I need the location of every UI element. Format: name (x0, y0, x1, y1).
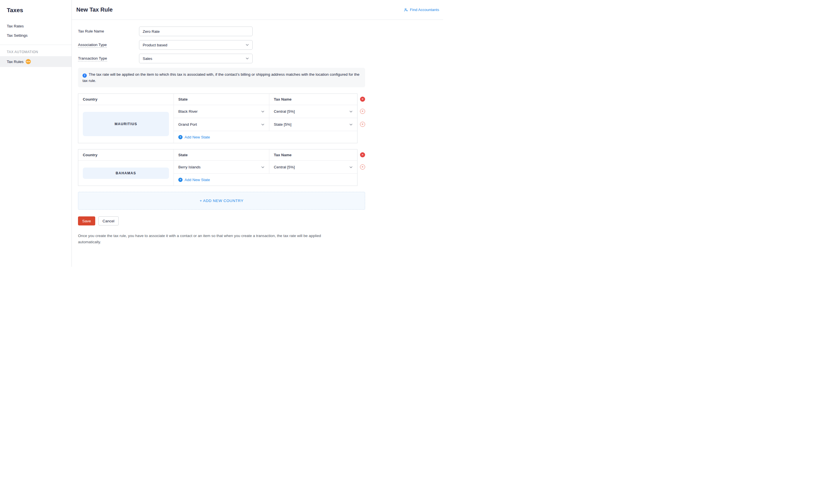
state-select[interactable]: Black River (174, 105, 269, 118)
column-header-tax-name: Tax Name (269, 149, 357, 160)
country-table-block: Country State Tax Name BAHAMAS Berry Isl… (78, 149, 365, 186)
state-row: Berry IslandsCentral [5%] (174, 161, 357, 174)
page-content: Tax Rule Name Association Type Product b… (72, 20, 443, 257)
column-header-country: Country (78, 149, 174, 160)
sidebar-item-tax-settings[interactable]: Tax Settings (0, 31, 71, 40)
state-row: Black RiverCentral [5%] (174, 105, 357, 118)
add-new-country-button[interactable]: + ADD NEW COUNTRY (78, 192, 365, 210)
sidebar: Taxes Tax Rates Tax Settings TAX AUTOMAT… (0, 0, 72, 267)
plus-icon: + (178, 135, 182, 139)
state-value: Berry Islands (178, 165, 201, 169)
column-header-country: Country (78, 94, 174, 105)
delete-state-row-button[interactable]: ✕ (360, 122, 365, 127)
table-body: BAHAMAS Berry IslandsCentral [5%]+Add Ne… (78, 161, 357, 186)
sidebar-divider (0, 44, 71, 45)
state-value: Black River (178, 109, 197, 113)
delete-country-button[interactable]: ✕ (360, 152, 365, 157)
add-new-state-link[interactable]: +Add New State (178, 178, 210, 182)
form-row-tax-rule-name: Tax Rule Name (78, 26, 365, 36)
country-chip: MAURITIUS (83, 112, 169, 136)
tax-name-value: State [5%] (274, 122, 291, 127)
association-type-label: Association Type (78, 40, 139, 50)
new-badge: NEW (26, 59, 31, 64)
chevron-down-icon (349, 165, 353, 169)
footer-note: Once you create the tax rule, you have t… (78, 233, 327, 246)
table-header-row: Country State Tax Name (78, 94, 357, 105)
tax-name-value: Central [5%] (274, 109, 295, 113)
state-value: Grand Port (178, 122, 197, 127)
tax-rule-name-input[interactable] (139, 26, 253, 36)
add-new-state-label: Add New State (184, 178, 210, 182)
page-title: New Tax Rule (76, 6, 113, 13)
chevron-down-icon (349, 123, 353, 126)
row-delete-column: ✕ ✕ (360, 149, 365, 174)
sidebar-item-tax-rules[interactable]: Tax Rules NEW (0, 56, 71, 67)
sidebar-item-tax-rates[interactable]: Tax Rates (0, 21, 71, 31)
info-icon: i (83, 73, 87, 78)
tax-name-select[interactable]: Central [5%] (269, 105, 357, 118)
plus-icon: + (178, 178, 182, 182)
association-type-select[interactable]: Product based (139, 40, 253, 50)
add-new-state-link[interactable]: +Add New State (178, 135, 210, 139)
table-header-row: Country State Tax Name (78, 149, 357, 161)
country-table-block: Country State Tax Name MAURITIUS Black R… (78, 93, 365, 143)
transaction-type-value: Sales (143, 56, 152, 61)
tax-rule-name-label: Tax Rule Name (78, 26, 139, 36)
chevron-down-icon (246, 57, 249, 60)
country-chip: BAHAMAS (83, 167, 169, 179)
chevron-down-icon (349, 110, 353, 113)
column-header-state: State (174, 149, 269, 160)
tax-name-select[interactable]: Central [5%] (269, 161, 357, 174)
form-row-association-type: Association Type Product based (78, 40, 365, 50)
country-tables: Country State Tax Name MAURITIUS Black R… (78, 93, 365, 186)
sidebar-section-header: TAX AUTOMATION (0, 47, 71, 56)
chevron-down-icon (246, 43, 249, 47)
form-actions: Save Cancel (78, 216, 365, 226)
tax-table: Country State Tax Name MAURITIUS Black R… (78, 93, 357, 143)
association-type-value: Product based (143, 43, 167, 47)
state-row: Grand PortState [5%] (174, 118, 357, 131)
sidebar-item-label: Tax Rules (7, 60, 23, 64)
app: Taxes Tax Rates Tax Settings TAX AUTOMAT… (0, 0, 443, 267)
row-delete-column: ✕ ✕✕ (360, 93, 365, 131)
save-button[interactable]: Save (78, 216, 95, 226)
state-select[interactable]: Berry Islands (174, 161, 269, 174)
find-accountants-link[interactable]: Find Accountants (404, 7, 439, 12)
delete-state-row-button[interactable]: ✕ (360, 109, 365, 114)
transaction-type-label: Transaction Type (78, 54, 139, 63)
chevron-down-icon (261, 123, 265, 126)
info-note: iThe tax rate will be applied on the ite… (78, 68, 365, 87)
add-new-state-label: Add New State (184, 135, 210, 139)
chevron-down-icon (261, 110, 265, 113)
transaction-type-select[interactable]: Sales (139, 54, 253, 63)
page-header: New Tax Rule Find Accountants (72, 0, 443, 20)
info-note-text: The tax rate will be applied on the item… (83, 72, 359, 83)
state-select[interactable]: Grand Port (174, 118, 269, 131)
table-body: MAURITIUS Black RiverCentral [5%]Grand P… (78, 105, 357, 143)
tax-name-value: Central [5%] (274, 165, 295, 169)
chevron-down-icon (261, 165, 265, 169)
accountant-icon (404, 8, 408, 12)
sidebar-title: Taxes (0, 0, 71, 21)
find-accountants-label: Find Accountants (410, 7, 439, 12)
state-rows: Black RiverCentral [5%]Grand PortState [… (174, 105, 357, 143)
add-state-row: +Add New State (174, 174, 357, 186)
main-panel: New Tax Rule Find Accountants Tax Rule N… (72, 0, 443, 267)
tax-name-select[interactable]: State [5%] (269, 118, 357, 131)
cancel-button[interactable]: Cancel (98, 216, 119, 226)
add-state-row: +Add New State (174, 131, 357, 143)
delete-state-row-button[interactable]: ✕ (360, 164, 365, 169)
country-cell: BAHAMAS (78, 161, 174, 186)
column-header-state: State (174, 94, 269, 105)
form-row-transaction-type: Transaction Type Sales (78, 54, 365, 63)
country-cell: MAURITIUS (78, 105, 174, 143)
column-header-tax-name: Tax Name (269, 94, 357, 105)
tax-table: Country State Tax Name BAHAMAS Berry Isl… (78, 149, 357, 186)
state-rows: Berry IslandsCentral [5%]+Add New State (174, 161, 357, 186)
delete-country-button[interactable]: ✕ (360, 96, 365, 102)
